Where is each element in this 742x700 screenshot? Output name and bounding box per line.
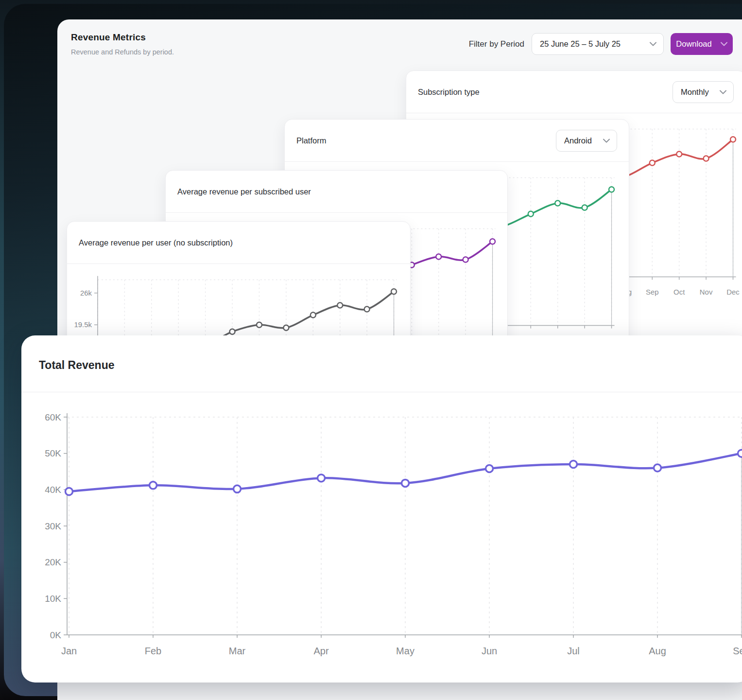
svg-text:0K: 0K xyxy=(50,630,62,640)
svg-text:40K: 40K xyxy=(45,485,61,495)
platform-panel-header: Platform Android xyxy=(285,120,629,162)
chevron-down-icon xyxy=(603,139,610,143)
filter-by-period-label: Filter by Period xyxy=(469,39,524,49)
svg-text:60K: 60K xyxy=(45,412,61,422)
chevron-down-icon xyxy=(650,42,656,46)
total-revenue-chart: 0K10K20K30K40K50K60KJanFebMarAprMayJunJu… xyxy=(21,335,742,682)
chevron-down-icon xyxy=(720,90,726,94)
svg-text:Mar: Mar xyxy=(229,646,246,656)
avg-revenue-no-sub-panel-header: Average revenue per user (no subscriptio… xyxy=(67,222,410,264)
avg-revenue-no-sub-title: Average revenue per user (no subscriptio… xyxy=(79,238,233,247)
svg-text:30K: 30K xyxy=(45,521,61,531)
revenue-metrics-header: Revenue Metrics Revenue and Refunds by p… xyxy=(57,19,742,73)
svg-text:Aug: Aug xyxy=(649,646,666,656)
subscription-type-panel-header: Subscription type Monthly xyxy=(406,71,742,113)
svg-text:20K: 20K xyxy=(45,557,61,567)
svg-text:Dec: Dec xyxy=(726,288,740,296)
period-select[interactable]: 25 June 25 – 5 July 25 xyxy=(532,33,664,55)
svg-text:26k: 26k xyxy=(80,289,92,297)
svg-text:Jul: Jul xyxy=(567,646,580,656)
avg-revenue-subscribed-title: Average revenue per subscribed user xyxy=(177,187,311,196)
svg-text:19.5k: 19.5k xyxy=(74,320,92,329)
platform-title: Platform xyxy=(296,136,326,145)
svg-text:Jan: Jan xyxy=(61,646,77,656)
avg-revenue-subscribed-panel-header: Average revenue per subscribed user xyxy=(166,171,507,213)
svg-text:Apr: Apr xyxy=(313,646,328,656)
svg-text:Sep: Sep xyxy=(733,646,742,656)
header-controls: Filter by Period 25 June 25 – 5 July 25 … xyxy=(469,33,733,55)
svg-text:May: May xyxy=(396,646,414,656)
download-button[interactable]: Download xyxy=(671,33,733,55)
platform-select-value: Android xyxy=(564,136,592,145)
subscription-type-title: Subscription type xyxy=(418,88,480,97)
svg-text:50K: 50K xyxy=(45,448,61,458)
download-button-label: Download xyxy=(676,39,711,49)
page-title: Revenue Metrics xyxy=(71,32,146,43)
subscription-type-select[interactable]: Monthly xyxy=(673,81,734,103)
svg-text:Oct: Oct xyxy=(673,288,685,296)
svg-text:Feb: Feb xyxy=(145,646,161,656)
svg-text:10K: 10K xyxy=(45,594,61,604)
svg-text:Nov: Nov xyxy=(700,288,713,296)
chevron-down-icon xyxy=(721,42,727,46)
svg-text:Jun: Jun xyxy=(482,646,497,656)
platform-select[interactable]: Android xyxy=(556,130,617,152)
page-subtitle: Revenue and Refunds by period. xyxy=(71,48,174,56)
period-select-value: 25 June 25 – 5 July 25 xyxy=(540,39,621,49)
total-revenue-card: Total Revenue 0K10K20K30K40K50K60KJanFeb… xyxy=(21,335,742,682)
svg-text:Sep: Sep xyxy=(646,288,659,296)
subscription-type-select-value: Monthly xyxy=(681,88,709,97)
